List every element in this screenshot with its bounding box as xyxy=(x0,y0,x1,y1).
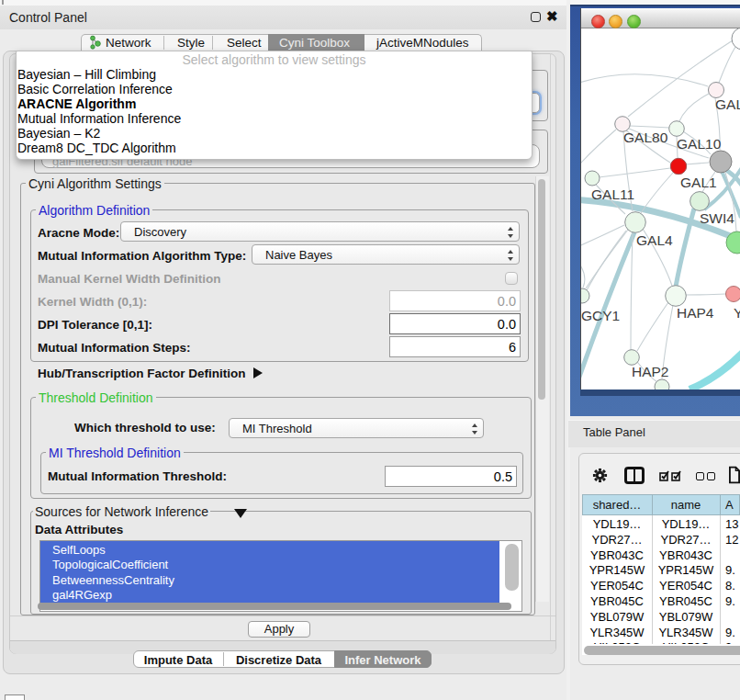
svg-text:GAL: GAL xyxy=(715,96,740,112)
svg-text:Y: Y xyxy=(734,305,740,321)
svg-text:GAL1: GAL1 xyxy=(680,175,717,190)
svg-text:GAL11: GAL11 xyxy=(591,186,634,202)
svg-text:GAL80: GAL80 xyxy=(623,130,668,145)
svg-text:GCY1: GCY1 xyxy=(581,308,620,323)
svg-text:GAL4: GAL4 xyxy=(636,232,673,248)
svg-text:HAP4: HAP4 xyxy=(677,305,714,321)
svg-text:SWI4: SWI4 xyxy=(700,210,734,226)
svg-text:HAP2: HAP2 xyxy=(632,364,669,379)
svg-text:GAL10: GAL10 xyxy=(677,136,722,152)
